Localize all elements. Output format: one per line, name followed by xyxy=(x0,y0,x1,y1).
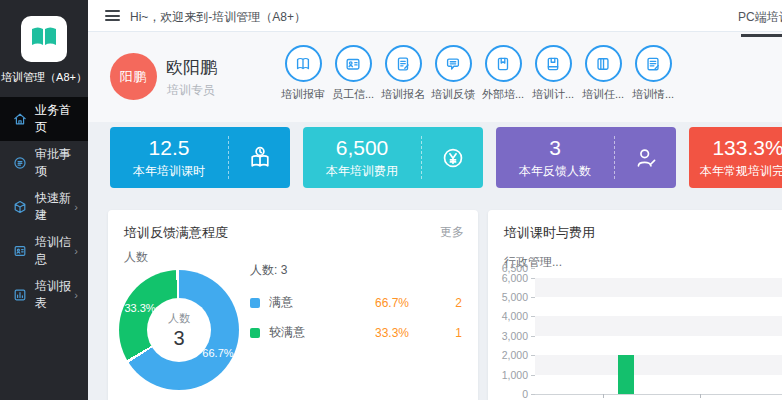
sidebar-item-2[interactable]: 审批事项 xyxy=(0,141,88,185)
sidebar-item-label: 业务首页 xyxy=(35,102,78,136)
stat-cards-row: 12.5本年培训课时6,500本年培训费用3本年反馈人数133.3%本年常规培训… xyxy=(110,127,782,188)
y-axis-tick-mark xyxy=(531,316,535,317)
quick-action-5[interactable]: 外部培... xyxy=(478,45,528,102)
quick-action-label: 员工信... xyxy=(328,87,378,102)
quick-action-8[interactable]: 培训情... xyxy=(628,45,678,102)
quick-actions-row: 培训报审员工信...培训报名培训反馈外部培...培训计...培训任...培训情.… xyxy=(278,45,678,102)
book-clock-icon xyxy=(229,127,290,188)
stat-card-1[interactable]: 12.5本年培训课时 xyxy=(110,127,290,188)
quick-action-2[interactable]: 员工信... xyxy=(328,45,378,102)
quick-action-3[interactable]: 培训报名 xyxy=(378,45,428,102)
cube-icon xyxy=(12,199,28,215)
binder-icon xyxy=(594,55,612,73)
sidebar: 培训管理（A8+） 业务首页审批事项快速新建›培训信息›培训报表› xyxy=(0,0,88,400)
grid-band xyxy=(535,355,782,374)
stat-card-value: 12.5 xyxy=(149,136,190,160)
bookmark-book-icon xyxy=(494,55,512,73)
avatar[interactable]: 阳鹏 xyxy=(110,53,157,100)
donut-center-label: 人数 xyxy=(168,311,190,326)
sidebar-item-label: 培训报表 xyxy=(35,278,74,312)
app-logo[interactable] xyxy=(21,16,67,62)
stat-card-main: 3本年反馈人数 xyxy=(496,127,614,188)
y-axis-tick-mark xyxy=(531,355,535,356)
home-icon xyxy=(12,111,28,127)
pie-legend-row-1[interactable]: 满意66.7%2 xyxy=(250,296,464,309)
panel-title: 培训课时与费用 xyxy=(504,224,595,242)
chat-icon xyxy=(444,55,462,73)
book-icon xyxy=(294,55,312,73)
user-edit-icon xyxy=(633,145,659,171)
quick-action-circle xyxy=(385,45,422,82)
stat-card-3[interactable]: 3本年反馈人数 xyxy=(496,127,676,188)
sidebar-item-5[interactable]: 培训报表› xyxy=(0,273,88,317)
x-axis-tick-mark xyxy=(700,394,701,398)
panel-feedback-satisfaction: 培训反馈满意程度 更多 人数 人数 3 66.7%33.3% 人数: 3 满意6… xyxy=(108,210,478,400)
user-edit-icon xyxy=(615,127,676,188)
sidebar-item-4[interactable]: 培训信息› xyxy=(0,229,88,273)
sidebar-menu: 业务首页审批事项快速新建›培训信息›培训报表› xyxy=(0,97,88,317)
stat-card-label: 本年培训课时 xyxy=(133,163,205,180)
stat-card-value: 3 xyxy=(549,136,561,160)
sidebar-item-label: 快速新建 xyxy=(35,190,74,224)
legend-name: 满意 xyxy=(269,294,293,311)
quick-action-6[interactable]: 培训计... xyxy=(528,45,578,102)
quick-action-label: 培训计... xyxy=(528,87,578,102)
quick-action-circle xyxy=(585,45,622,82)
quick-action-circle xyxy=(285,45,322,82)
approval-icon xyxy=(12,155,28,171)
y-axis-tick-label: 2,000 xyxy=(492,349,528,361)
y-axis-tick-label: 1,000 xyxy=(492,369,528,381)
quick-action-circle xyxy=(435,45,472,82)
grid-band xyxy=(535,278,782,297)
quick-action-circle xyxy=(535,45,572,82)
stat-card-label: 本年常规培训完成 xyxy=(700,163,782,180)
hamburger-menu-icon[interactable] xyxy=(105,10,120,21)
more-link[interactable]: 更多 xyxy=(440,224,464,241)
chevron-right-icon: › xyxy=(74,245,78,257)
y-axis-tick-label: 4,000 xyxy=(492,310,528,322)
stat-card-value: 133.3% xyxy=(712,136,782,160)
stat-card-4[interactable]: 133.3%本年常规培训完成 xyxy=(689,127,782,188)
book-clock-icon xyxy=(247,145,273,171)
stat-card-2[interactable]: 6,500本年培训费用 xyxy=(303,127,483,188)
x-axis-tick-mark xyxy=(603,394,604,398)
pie-slice-label: 66.7% xyxy=(202,347,233,359)
stat-card-value: 6,500 xyxy=(336,136,389,160)
quick-action-label: 培训反馈 xyxy=(428,87,478,102)
quick-action-1[interactable]: 培训报审 xyxy=(278,45,328,102)
stat-card-label: 本年反馈人数 xyxy=(519,163,591,180)
quick-action-7[interactable]: 培训任... xyxy=(578,45,628,102)
pie-legend-row-2[interactable]: 较满意33.3%1 xyxy=(250,326,464,339)
bar-admin-management[interactable] xyxy=(618,355,634,394)
y-axis-tick-mark xyxy=(531,268,535,269)
user-role: 培训专员 xyxy=(167,82,215,99)
greeting-text: Hi~，欢迎来到-培训管理（A8+） xyxy=(130,9,306,26)
quick-action-label: 培训报名 xyxy=(378,87,428,102)
tab-pc-training[interactable]: PC端培训 xyxy=(738,9,782,26)
pie-legend-total: 人数: 3 xyxy=(250,262,464,279)
legend-percent: 33.3% xyxy=(375,326,409,340)
report-icon xyxy=(12,287,28,303)
sidebar-item-label: 审批事项 xyxy=(35,146,78,180)
tab-active-indicator xyxy=(741,34,782,37)
y-axis-tick-label: 5,000 xyxy=(492,291,528,303)
legend-percent: 66.7% xyxy=(375,296,409,310)
pie-slice-label: 33.3% xyxy=(124,302,155,314)
open-book-icon xyxy=(30,25,58,53)
y-axis-tick-label: 3,000 xyxy=(492,330,528,342)
sidebar-item-1[interactable]: 业务首页 xyxy=(0,97,88,141)
quick-action-circle xyxy=(335,45,372,82)
id-card-icon xyxy=(344,55,362,73)
app-title: 培训管理（A8+） xyxy=(0,70,88,85)
x-axis-line xyxy=(535,394,782,395)
y-axis-tick-mark xyxy=(531,297,535,298)
quick-action-label: 培训情... xyxy=(628,87,678,102)
pie-axis-label: 人数 xyxy=(124,249,148,266)
user-name: 欧阳鹏 xyxy=(166,56,217,79)
donut-chart: 人数 3 66.7%33.3% xyxy=(119,270,239,390)
legend-name: 较满意 xyxy=(269,324,305,341)
sidebar-item-3[interactable]: 快速新建› xyxy=(0,185,88,229)
stat-card-label: 本年培训费用 xyxy=(326,163,398,180)
notebook-icon xyxy=(544,55,562,73)
quick-action-4[interactable]: 培训反馈 xyxy=(428,45,478,102)
